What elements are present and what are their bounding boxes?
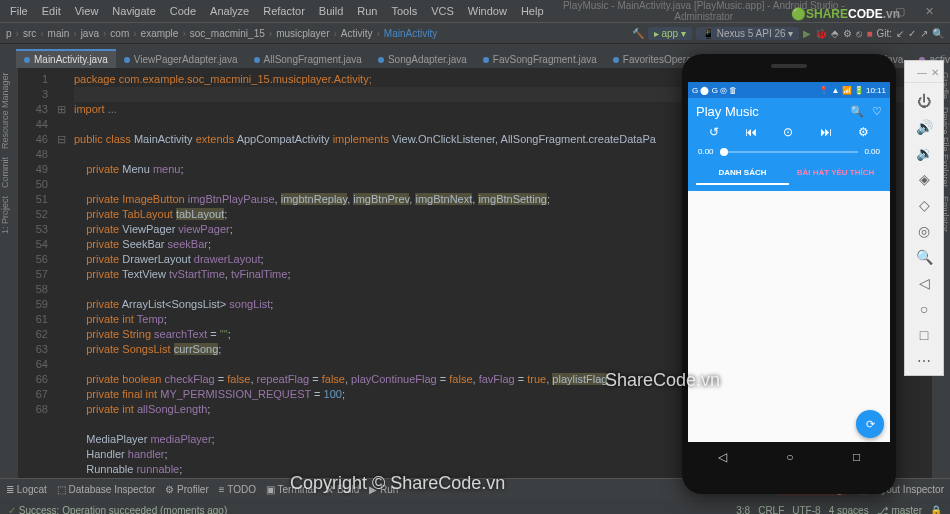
git-push-icon[interactable]: ↗ [920,28,928,39]
tool-todo[interactable]: ≡ TODO [219,484,256,495]
menu-tools[interactable]: Tools [385,3,423,19]
menu-analyze[interactable]: Analyze [204,3,255,19]
indent-setting[interactable]: 4 spaces [829,505,869,515]
tab-mainactivity[interactable]: MainActivity.java [16,49,116,68]
menu-build[interactable]: Build [313,3,349,19]
replay-button[interactable]: ↺ [709,125,719,139]
menu-navigate[interactable]: Navigate [106,3,161,19]
breadcrumb[interactable]: musicplayer [276,28,329,39]
search-icon[interactable]: 🔍 [850,105,864,118]
breadcrumb[interactable]: p [6,28,12,39]
rotate-right-icon[interactable]: ◇ [919,197,930,213]
coverage-button[interactable]: ⬘ [831,28,839,39]
breadcrumb[interactable]: main [48,28,70,39]
android-nav-bar: ◁ ○ □ [688,442,890,472]
prev-button[interactable]: ⏮ [745,125,757,139]
menu-edit[interactable]: Edit [36,3,67,19]
tool-commit[interactable]: Commit [0,157,18,188]
power-icon[interactable]: ⏻ [917,93,931,109]
close-button[interactable]: ✕ [919,3,940,20]
status-bar: Success: Operation succeeded (moments ag… [0,500,950,514]
favorite-icon[interactable]: ♡ [872,105,882,118]
menu-help[interactable]: Help [515,3,550,19]
tool-run[interactable]: ▶ Run [369,484,398,495]
volume-up-icon[interactable]: 🔊 [916,119,933,135]
tool-resource-manager[interactable]: Resource Manager [0,72,18,149]
tool-profiler[interactable]: ⚙ Profiler [165,484,208,495]
camera-icon[interactable]: ◎ [918,223,930,239]
seek-bar[interactable] [720,151,859,153]
breadcrumb[interactable]: src [23,28,36,39]
tab-yeuthich[interactable]: BÀI HÁT YÊU THÍCH [789,162,882,185]
run-config-select[interactable]: ▸ app ▾ [648,27,692,40]
recents-button[interactable]: □ [853,450,860,464]
breadcrumb[interactable]: MainActivity [384,28,437,39]
time-start: 0.00 [698,147,714,156]
next-button[interactable]: ⏭ [820,125,832,139]
tool-logcat[interactable]: ≣ Logcat [6,484,47,495]
sidebar-minimize[interactable]: — [917,67,927,78]
menu-run[interactable]: Run [351,3,383,19]
overview-icon[interactable]: □ [920,327,928,343]
more-icon[interactable]: ⋯ [917,353,931,369]
time-end: 0.00 [864,147,880,156]
attach-button[interactable]: ⎋ [856,28,862,39]
status-message: Success: Operation succeeded (moments ag… [8,505,227,515]
emulator-screen[interactable]: G ⬤ G ◎ 🗑 📍 ▲ 📶 🔋 10:11 Play Music 🔍 ♡ ↺… [688,82,890,442]
debug-button[interactable]: 🐞 [815,28,827,39]
breadcrumb[interactable]: java [81,28,99,39]
tab-danhsach[interactable]: DANH SÁCH [696,162,789,185]
home-button[interactable]: ○ [786,450,793,464]
tool-db-inspector[interactable]: ⬚ Database Inspector [57,484,156,495]
fold-column[interactable]: ⊞ ⊟ [54,68,68,478]
app-bar: Play Music 🔍 ♡ ↺ ⏮ ⊙ ⏭ ⚙ 0.00 0.00 DANH … [688,98,890,191]
back-button[interactable]: ◁ [718,450,727,464]
breadcrumb[interactable]: com [110,28,129,39]
tab-songadapter[interactable]: SongAdapter.java [370,49,475,68]
search-icon[interactable]: 🔍 [932,28,944,39]
android-status-bar: G ⬤ G ◎ 🗑 📍 ▲ 📶 🔋 10:11 [688,82,890,98]
emulator-sidebar: —✕ ⏻ 🔊 🔉 ◈ ◇ ◎ 🔍 ◁ ○ □ ⋯ [904,60,944,376]
zoom-icon[interactable]: 🔍 [916,249,933,265]
lock-icon: 🔒 [930,505,942,515]
menu-vcs[interactable]: VCS [425,3,460,19]
signal-icon: 📍 ▲ 📶 🔋 [819,86,864,95]
breadcrumb[interactable]: example [141,28,179,39]
tab-allsongfragment[interactable]: AllSongFragment.java [246,49,370,68]
stop-button[interactable]: ■ [866,28,872,39]
back-icon[interactable]: ◁ [919,275,930,291]
menu-window[interactable]: Window [462,3,513,19]
git-label: Git: [876,28,892,39]
sharecode-logo: 🟢SHARECODE.vn [791,7,900,21]
app-title: Play Music [696,104,850,119]
menu-file[interactable]: File [4,3,34,19]
clock: 10:11 [866,86,886,95]
tab-viewpageradapter[interactable]: ViewPagerAdapter.java [116,49,246,68]
git-commit-icon[interactable]: ✓ [908,28,916,39]
tab-favsongfragment[interactable]: FavSongFragment.java [475,49,605,68]
play-button[interactable]: ⊙ [783,125,793,139]
device-select[interactable]: 📱 Nexus 5 API 26 ▾ [696,27,800,40]
line-separator[interactable]: CRLF [758,505,784,515]
sidebar-close[interactable]: ✕ [931,67,939,78]
menu-view[interactable]: View [69,3,105,19]
breadcrumb[interactable]: Activity [341,28,373,39]
git-update-icon[interactable]: ↙ [896,28,904,39]
menu-refactor[interactable]: Refactor [257,3,311,19]
fab-refresh[interactable]: ⟳ [856,410,884,438]
profile-button[interactable]: ⚙ [843,28,852,39]
song-list-area[interactable] [688,191,890,442]
breadcrumb[interactable]: soc_macmini_15 [190,28,265,39]
build-hammer-icon[interactable]: 🔨 [632,28,644,39]
git-branch[interactable]: ⎇ master [877,505,922,515]
run-button[interactable]: ▶ [803,28,811,39]
rotate-left-icon[interactable]: ◈ [919,171,930,187]
menu-code[interactable]: Code [164,3,202,19]
settings-button[interactable]: ⚙ [858,125,869,139]
tool-terminal[interactable]: ▣ Terminal [266,484,315,495]
tool-build[interactable]: ⚒ Build [325,484,359,495]
volume-down-icon[interactable]: 🔉 [916,145,933,161]
home-icon[interactable]: ○ [920,301,928,317]
tool-project[interactable]: 1: Project [0,196,18,234]
file-encoding[interactable]: UTF-8 [792,505,820,515]
